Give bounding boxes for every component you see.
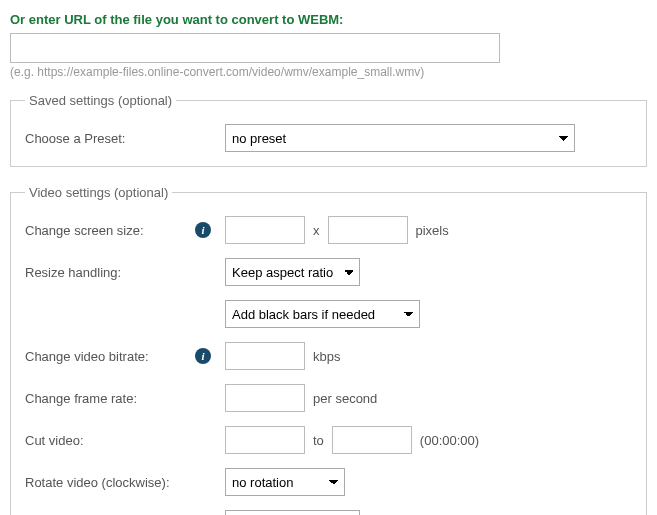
saved-settings-fieldset: Saved settings (optional) Choose a Prese… bbox=[10, 93, 647, 167]
video-settings-fieldset: Video settings (optional) Change screen … bbox=[10, 185, 647, 515]
rotate-label: Rotate video (clockwise): bbox=[25, 475, 195, 490]
preset-select[interactable]: no preset bbox=[225, 124, 575, 152]
per-second-unit: per second bbox=[313, 391, 377, 406]
info-icon[interactable]: i bbox=[195, 348, 211, 364]
saved-settings-legend: Saved settings (optional) bbox=[25, 93, 176, 108]
bitrate-label: Change video bitrate: bbox=[25, 349, 195, 364]
bitrate-input[interactable] bbox=[225, 342, 305, 370]
mirror-select[interactable]: no change bbox=[225, 510, 360, 515]
cut-video-label: Cut video: bbox=[25, 433, 195, 448]
resize-handling-label: Resize handling: bbox=[25, 265, 195, 280]
kbps-unit: kbps bbox=[313, 349, 340, 364]
preset-label: Choose a Preset: bbox=[25, 131, 195, 146]
url-hint: (e.g. https://example-files.online-conve… bbox=[10, 65, 647, 79]
info-icon[interactable]: i bbox=[195, 222, 211, 238]
width-input[interactable] bbox=[225, 216, 305, 244]
screen-size-label: Change screen size: bbox=[25, 223, 195, 238]
aspect-ratio-select[interactable]: Keep aspect ratio bbox=[225, 258, 360, 286]
cut-hint: (00:00:00) bbox=[420, 433, 479, 448]
frame-rate-label: Change frame rate: bbox=[25, 391, 195, 406]
url-input[interactable] bbox=[10, 33, 500, 63]
cut-to-input[interactable] bbox=[332, 426, 412, 454]
frame-rate-input[interactable] bbox=[225, 384, 305, 412]
dimension-separator: x bbox=[313, 223, 320, 238]
rotate-select[interactable]: no rotation bbox=[225, 468, 345, 496]
video-settings-legend: Video settings (optional) bbox=[25, 185, 172, 200]
black-bars-select[interactable]: Add black bars if needed bbox=[225, 300, 420, 328]
cut-from-input[interactable] bbox=[225, 426, 305, 454]
height-input[interactable] bbox=[328, 216, 408, 244]
cut-to-separator: to bbox=[313, 433, 324, 448]
pixels-unit: pixels bbox=[416, 223, 449, 238]
url-heading: Or enter URL of the file you want to con… bbox=[10, 12, 647, 27]
